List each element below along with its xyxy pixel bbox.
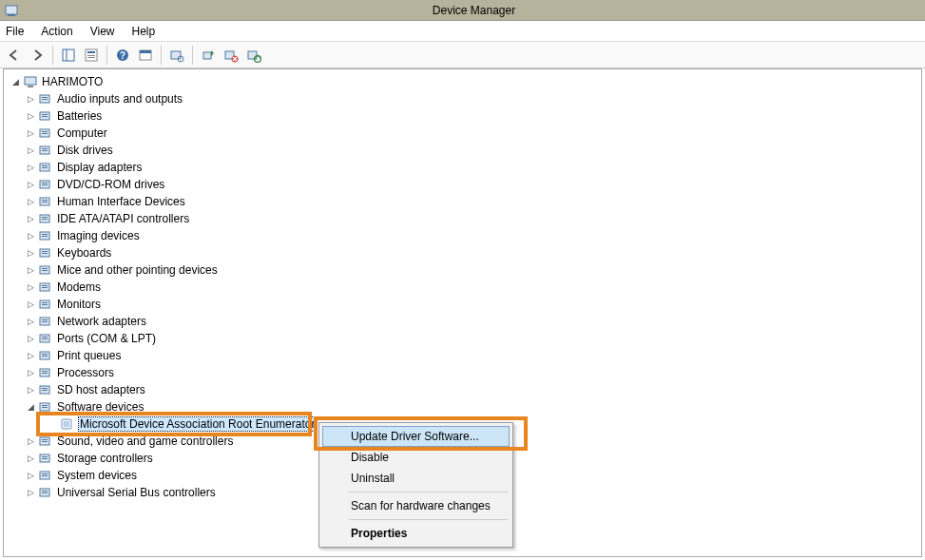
context-update-driver[interactable]: Update Driver Software... [322, 426, 510, 447]
category-label: Universal Serial Bus controllers [57, 486, 216, 499]
scan-hardware-button[interactable] [166, 45, 187, 66]
category-icon [38, 245, 53, 261]
tree-category[interactable]: ▷SD host adapters [4, 381, 921, 398]
tree-category[interactable]: ▷Mice and other pointing devices [4, 261, 921, 279]
category-icon [38, 331, 53, 346]
tree-category[interactable]: ▷Monitors [4, 296, 921, 313]
tree-category[interactable]: ▷Modems [4, 279, 921, 296]
category-icon [38, 348, 53, 363]
forward-button[interactable] [27, 45, 48, 66]
svg-rect-27 [42, 114, 48, 115]
expand-icon[interactable]: ▷ [25, 196, 36, 207]
menu-file[interactable]: File [6, 25, 24, 38]
device-icon [59, 416, 74, 432]
properties-button[interactable] [81, 45, 102, 66]
tree-root-label: HARIMOTO [42, 75, 103, 88]
tree-category[interactable]: ▷Imaging devices [4, 227, 921, 244]
menu-help[interactable]: Help [132, 25, 156, 38]
expand-icon[interactable]: ▷ [25, 367, 36, 378]
tree-category[interactable]: ▷Disk drives [4, 142, 921, 159]
expand-icon[interactable]: ▷ [25, 281, 36, 293]
tree-category[interactable]: ▷Network adapters [4, 313, 921, 330]
tree-root[interactable]: ◢ HARIMOTO [4, 73, 921, 90]
category-label: Print queues [57, 349, 121, 362]
tree-category[interactable]: ▷Ports (COM & LPT) [4, 330, 921, 347]
context-item-label: Update Driver Software... [351, 430, 479, 443]
expand-icon[interactable]: ▷ [25, 213, 36, 224]
svg-rect-40 [42, 184, 48, 185]
tree-category[interactable]: ▷Audio inputs and outputs [4, 90, 921, 107]
expand-icon[interactable]: ▷ [25, 162, 36, 173]
disable-button[interactable] [221, 45, 241, 66]
uninstall-button[interactable] [243, 45, 264, 66]
expand-icon[interactable]: ▷ [25, 110, 36, 122]
tree-category[interactable]: ▷Human Interface Devices [4, 193, 921, 210]
category-label: IDE ATA/ATAPI controllers [57, 212, 189, 225]
svg-rect-0 [6, 6, 17, 14]
category-icon [38, 228, 53, 243]
category-label: Software devices [57, 400, 144, 414]
expand-icon[interactable]: ▷ [25, 470, 36, 481]
svg-rect-46 [42, 219, 48, 220]
tree-category[interactable]: ▷DVD/CD-ROM drives [4, 176, 921, 193]
category-label: Mice and other pointing devices [57, 263, 218, 277]
context-disable[interactable]: Disable [322, 447, 510, 468]
toolbar-button[interactable] [135, 45, 156, 66]
expand-icon[interactable]: ▷ [25, 93, 36, 105]
expand-icon[interactable]: ▷ [25, 316, 36, 327]
menu-action[interactable]: Action [41, 25, 72, 38]
svg-rect-30 [42, 131, 48, 132]
expand-icon[interactable]: ▷ [25, 264, 36, 276]
tree-category[interactable]: ▷IDE ATA/ATAPI controllers [4, 210, 921, 227]
tree-category[interactable]: ▷Print queues [4, 347, 921, 364]
show-hide-console-button[interactable] [58, 45, 79, 66]
context-uninstall[interactable]: Uninstall [322, 468, 510, 489]
svg-rect-55 [42, 270, 48, 271]
expand-icon[interactable]: ▷ [25, 230, 36, 241]
category-label: Human Interface Devices [57, 195, 185, 208]
back-button[interactable] [4, 45, 25, 66]
computer-icon [23, 74, 38, 89]
svg-rect-12 [171, 51, 181, 59]
svg-rect-54 [42, 268, 48, 269]
tree-category[interactable]: ▷Computer [4, 125, 921, 142]
expand-icon[interactable]: ▷ [25, 350, 36, 361]
help-button[interactable]: ? [112, 45, 133, 66]
context-properties[interactable]: Properties [322, 523, 510, 544]
category-label: Network adapters [57, 315, 146, 328]
expand-icon[interactable]: ▷ [25, 127, 36, 139]
app-icon [4, 3, 19, 18]
expand-icon[interactable]: ▷ [25, 299, 36, 310]
tree-category[interactable]: ▷Keyboards [4, 244, 921, 261]
category-label: Storage controllers [57, 452, 153, 465]
expand-icon[interactable]: ▷ [25, 453, 36, 464]
tree-category[interactable]: ▷Display adapters [4, 159, 921, 176]
toolbar-separator [52, 46, 53, 65]
collapse-icon[interactable]: ◢ [10, 76, 21, 87]
tree-category[interactable]: ▷Batteries [4, 107, 921, 125]
category-icon [38, 108, 53, 124]
collapse-icon[interactable]: ◢ [25, 401, 36, 413]
menubar: File Action View Help [0, 21, 925, 42]
expand-icon[interactable]: ▷ [25, 145, 36, 156]
update-driver-button[interactable] [198, 45, 219, 66]
category-label: Modems [57, 280, 101, 294]
menu-view[interactable]: View [90, 25, 115, 38]
svg-text:?: ? [120, 50, 125, 61]
expand-icon[interactable]: ▷ [25, 384, 36, 396]
expand-icon[interactable]: ▷ [25, 435, 36, 447]
tree-category[interactable]: ▷Processors [4, 364, 921, 381]
expand-icon[interactable]: ▷ [25, 247, 36, 259]
category-icon [38, 262, 53, 278]
tree-category[interactable]: ◢Software devices [4, 398, 921, 415]
svg-rect-42 [42, 200, 48, 201]
context-item-label: Uninstall [351, 472, 395, 485]
expand-icon[interactable]: ▷ [25, 333, 36, 344]
category-icon [38, 434, 53, 449]
svg-rect-93 [42, 492, 48, 493]
svg-rect-61 [42, 304, 48, 305]
expand-icon[interactable]: ▷ [25, 179, 36, 190]
expand-icon[interactable]: ▷ [25, 487, 36, 498]
category-label: Imaging devices [57, 229, 140, 242]
context-scan-hardware[interactable]: Scan for hardware changes [322, 495, 510, 516]
